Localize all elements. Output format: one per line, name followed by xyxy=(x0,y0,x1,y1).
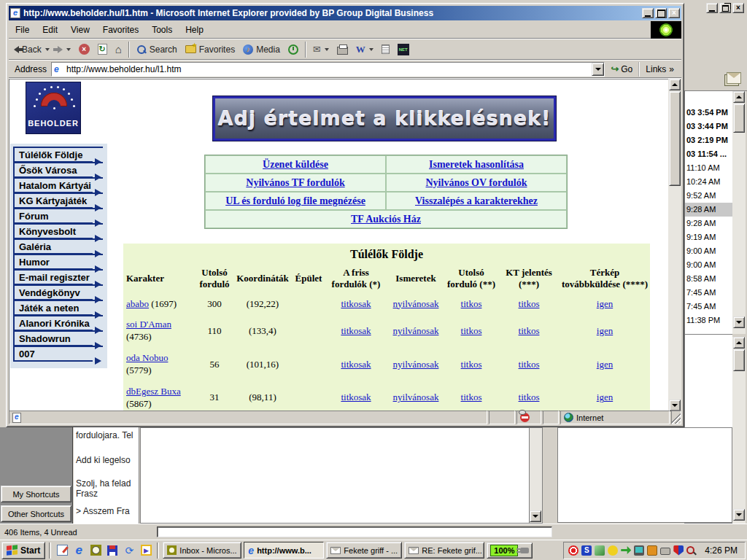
map-forward-link[interactable]: igen xyxy=(597,325,613,336)
menu-tools[interactable]: Tools xyxy=(145,22,179,38)
link-ismeretek-hasonlitasa[interactable]: Ismeretek hasonlítása xyxy=(429,159,524,171)
knowledge-link[interactable]: nyilvánosak xyxy=(393,359,439,370)
display-tray-icon[interactable] xyxy=(634,545,644,556)
stop-button[interactable]: × xyxy=(75,41,93,58)
kt-report-link[interactable]: titkos xyxy=(519,392,540,402)
character-link[interactable]: ababo xyxy=(126,298,149,309)
forward-button[interactable] xyxy=(54,41,74,58)
outlook-list-scrollbar[interactable] xyxy=(732,91,746,334)
beholder-logo[interactable]: BEHOLDER xyxy=(26,82,81,134)
kt-report-link[interactable]: titkos xyxy=(519,298,540,309)
net-button[interactable]: NET xyxy=(394,41,413,58)
outlook-close-button[interactable]: × xyxy=(732,3,744,13)
knowledge-link[interactable]: nyilvánosak xyxy=(393,392,439,402)
media-button[interactable]: ♪Media xyxy=(239,41,284,58)
quicklaunch-outlook-icon[interactable] xyxy=(88,543,103,558)
my-shortcuts-button[interactable]: My Shortcuts xyxy=(1,486,71,502)
quicklaunch-show-desktop-icon[interactable]: ⟳ xyxy=(122,543,136,558)
update-tray-icon[interactable] xyxy=(621,545,631,556)
sidebar-item-hatalom-kartyai[interactable]: Hatalom Kártyái xyxy=(13,177,103,192)
mail-dropdown-icon[interactable] xyxy=(325,48,329,51)
sidebar-item-osok-varosa[interactable]: Ősök Városa xyxy=(13,162,103,177)
battery-meter[interactable]: 100% xyxy=(487,542,533,559)
task-mail-fekete-griff[interactable]: Fekete griff - ... xyxy=(326,542,402,559)
outlook-message-list[interactable]: 03 3:54 PM 03 3:44 PM 03 2:19 PM 03 11:5… xyxy=(684,91,732,334)
back-button[interactable]: Back xyxy=(10,41,53,58)
outlook-restore-button[interactable] xyxy=(719,3,731,13)
edit-button[interactable]: W xyxy=(352,41,377,58)
fresh-turns-link[interactable]: titkosak xyxy=(341,325,371,336)
character-link[interactable]: soi D'Aman xyxy=(126,319,171,330)
refresh-button[interactable]: ↻ xyxy=(94,41,111,58)
privacy-report-icon[interactable] xyxy=(520,413,530,422)
task-browser-active[interactable]: ehttp://www.b... xyxy=(244,542,324,559)
message-time[interactable]: 03 3:44 PM xyxy=(685,120,732,133)
sidebar-item-alanori-kronika[interactable]: Alanori Krónika xyxy=(13,315,103,330)
link-ul-log-file[interactable]: UL és forduló log file megnézése xyxy=(225,195,365,207)
discuss-button[interactable] xyxy=(378,41,393,58)
sidebar-item-humor[interactable]: Humor xyxy=(13,254,103,269)
search-button[interactable]: Search xyxy=(133,41,181,58)
clip-tray-icon[interactable] xyxy=(595,545,605,556)
outlook-reading-scrollbar[interactable] xyxy=(732,337,746,524)
forward-dropdown-icon[interactable] xyxy=(66,48,71,51)
shield-tray-icon[interactable] xyxy=(673,545,684,556)
link-nyilvanos-tf-fordulok[interactable]: Nyilvános TF fordulók xyxy=(246,177,344,189)
ie-minimize-button[interactable] xyxy=(642,8,654,18)
sidebar-item-forum[interactable]: Fórum xyxy=(13,208,103,223)
address-dropdown-button[interactable] xyxy=(592,63,604,76)
message-time[interactable]: 8:58 AM xyxy=(685,272,732,286)
window-tray-icon[interactable] xyxy=(647,545,657,556)
mail-button[interactable]: ✉ xyxy=(309,41,333,58)
menu-file[interactable]: File xyxy=(9,22,36,38)
kt-report-link[interactable]: titkos xyxy=(519,359,540,370)
message-time[interactable]: 9:00 AM xyxy=(685,244,732,258)
menu-edit[interactable]: Edit xyxy=(36,22,64,38)
message-time-selected[interactable]: 9:28 AM xyxy=(685,203,732,217)
last-turn-link[interactable]: titkos xyxy=(461,359,482,370)
message-time[interactable]: 7:45 AM xyxy=(685,286,732,300)
ie-title-bar[interactable]: http://www.beholder.hu/l1.htm - Microsof… xyxy=(9,6,681,20)
message-time[interactable]: 03 3:54 PM xyxy=(685,106,732,120)
browser-vertical-scrollbar[interactable] xyxy=(668,79,681,411)
quicklaunch-compose-mail-icon[interactable] xyxy=(55,543,69,558)
link-uzenet-kuldese[interactable]: Üzenet küldése xyxy=(263,159,328,171)
map-forward-link[interactable]: igen xyxy=(597,298,613,309)
menu-help[interactable]: Help xyxy=(179,22,210,38)
go-button[interactable]: ↪Go xyxy=(605,63,638,74)
sidebar-item-email-regiszter[interactable]: E-mail regiszter xyxy=(13,269,103,284)
menu-view[interactable]: View xyxy=(64,22,96,38)
last-turn-link[interactable]: titkos xyxy=(461,325,482,336)
message-time[interactable]: 9:52 AM xyxy=(685,189,732,203)
fresh-turns-link[interactable]: titkosak xyxy=(341,298,371,309)
last-turn-link[interactable]: titkos xyxy=(461,392,482,402)
message-time[interactable]: 9:19 AM xyxy=(685,230,732,244)
fresh-turns-link[interactable]: titkosak xyxy=(341,359,371,370)
link-visszalepes[interactable]: Visszalépés a karakterekhez xyxy=(415,195,538,207)
ie-maximize-button[interactable] xyxy=(655,8,667,18)
message-time[interactable]: 11:38 PM xyxy=(685,314,732,327)
edit-dropdown-icon[interactable] xyxy=(369,48,374,51)
quicklaunch-internet-explorer-icon[interactable]: e xyxy=(71,543,86,558)
sidebar-item-tulelok-foldje[interactable]: Túlélők Földje xyxy=(13,147,103,162)
sidebar-item-kg-kartyajatek[interactable]: KG Kártyajáték xyxy=(13,192,103,208)
sidebar-item-konyvesbolt[interactable]: Könyvesbolt xyxy=(13,223,103,238)
last-turn-link[interactable]: titkos xyxy=(461,298,482,309)
back-dropdown-icon[interactable] xyxy=(45,48,50,51)
message-time[interactable]: 03 11:54 ... xyxy=(685,147,732,161)
magnifier-tray-icon[interactable] xyxy=(686,546,694,554)
map-forward-link[interactable]: igen xyxy=(597,392,613,402)
home-button[interactable]: ⌂ xyxy=(112,41,125,58)
sidebar-item-galeria[interactable]: Galéria xyxy=(13,238,103,254)
history-button[interactable] xyxy=(285,41,302,58)
message-time[interactable]: 7:45 AM xyxy=(685,300,732,314)
other-shortcuts-button[interactable]: Other Shortcuts xyxy=(1,505,71,522)
start-button[interactable]: Start xyxy=(1,542,45,559)
quicklaunch-save-icon[interactable] xyxy=(105,543,120,558)
sidebar-item-vendegkonyv[interactable]: Vendégkönyv xyxy=(13,284,103,300)
address-input[interactable] xyxy=(66,63,592,75)
pinwheel-tray-icon[interactable] xyxy=(568,545,578,556)
blue-app-tray-icon[interactable]: S xyxy=(581,545,592,556)
sidebar-item-shadowrun[interactable]: Shadowrun xyxy=(13,330,103,346)
fresh-turns-link[interactable]: titkosak xyxy=(341,392,371,402)
